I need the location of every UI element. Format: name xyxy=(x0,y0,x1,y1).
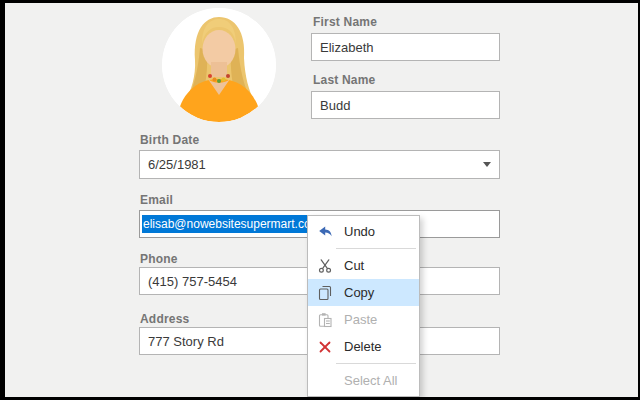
last-name-input[interactable] xyxy=(311,91,500,119)
undo-icon xyxy=(317,224,333,240)
menu-item-copy[interactable]: Copy xyxy=(308,279,419,306)
menu-item-delete[interactable]: Delete xyxy=(308,333,419,360)
birth-date-label: Birth Date xyxy=(140,133,199,147)
woman-portrait-photo xyxy=(162,8,276,122)
menu-item-undo[interactable]: Undo xyxy=(308,218,419,245)
first-name-label: First Name xyxy=(313,15,377,29)
menu-item-label: Copy xyxy=(344,285,374,300)
menu-item-label: Cut xyxy=(344,258,364,273)
phone-label: Phone xyxy=(140,252,178,266)
address-label: Address xyxy=(140,312,189,326)
email-label: Email xyxy=(140,193,173,207)
last-name-label: Last Name xyxy=(313,73,376,87)
email-selected-text: elisab@nowebsitesupermart.co xyxy=(142,215,312,233)
first-name-input[interactable] xyxy=(311,33,500,61)
menu-item-cut[interactable]: Cut xyxy=(308,252,419,279)
empty-icon-slot xyxy=(317,373,333,389)
delete-icon xyxy=(317,339,333,355)
avatar xyxy=(162,8,276,122)
birth-date-input[interactable] xyxy=(139,150,500,179)
menu-item-label: Undo xyxy=(344,224,375,239)
context-menu: Undo Cut xyxy=(307,215,420,397)
copy-icon xyxy=(317,285,333,301)
menu-item-label: Paste xyxy=(344,312,377,327)
menu-separator xyxy=(336,363,416,364)
menu-item-select-all[interactable]: Select All xyxy=(308,367,419,394)
cut-icon xyxy=(317,258,333,274)
menu-item-paste[interactable]: Paste xyxy=(308,306,419,333)
paste-icon xyxy=(317,312,333,328)
menu-separator xyxy=(336,248,416,249)
birth-date-combobox[interactable] xyxy=(139,150,500,179)
menu-item-label: Select All xyxy=(344,373,397,388)
screenshot-frame: First Name Last Name Birth Date Email el… xyxy=(0,0,640,400)
menu-item-label: Delete xyxy=(344,339,382,354)
